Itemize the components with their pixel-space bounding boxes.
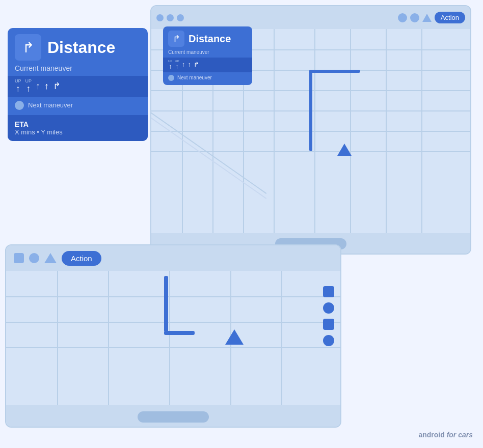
map-right-icons bbox=[323, 286, 334, 346]
lanes-row-large: UP ↑ UP ↑ ↑ ↑ ↱ bbox=[8, 76, 148, 97]
action-button-small[interactable]: Action bbox=[435, 12, 465, 23]
street bbox=[350, 29, 351, 233]
route-segment bbox=[164, 331, 195, 335]
street bbox=[6, 347, 340, 348]
large-screen: Action bbox=[5, 244, 341, 428]
watermark-prefix: android bbox=[418, 431, 446, 439]
lane-icon-lg: ↑ bbox=[44, 81, 49, 92]
icon-triangle[interactable] bbox=[44, 253, 57, 263]
lane-icon-lg: UP ↑ bbox=[15, 79, 21, 94]
lane-icon-lg: ↑ bbox=[36, 81, 40, 92]
eta-title: ETA bbox=[15, 120, 141, 128]
lane-icon: ↱ bbox=[194, 61, 199, 68]
street bbox=[6, 296, 340, 297]
large-screen-bottom-bar bbox=[6, 405, 340, 427]
top-dot bbox=[167, 14, 174, 21]
nav-subtitle-small: Current maneuver bbox=[163, 49, 252, 58]
street bbox=[314, 29, 315, 233]
map-icon-circle1[interactable] bbox=[323, 302, 334, 314]
nav-distance-large: Distance bbox=[47, 38, 115, 57]
route-segment bbox=[309, 70, 360, 73]
large-screen-top-bar: Action bbox=[6, 245, 340, 271]
lanes-row-small: UP ↑ UP ↑ ↑ ↑ ↱ bbox=[163, 58, 252, 72]
bottom-pill-large bbox=[138, 411, 209, 423]
large-screen-map bbox=[6, 271, 340, 405]
small-screen-top-bar: Action bbox=[151, 6, 470, 29]
navigation-marker bbox=[337, 144, 352, 156]
navigation-marker-large bbox=[225, 329, 244, 345]
icon-square[interactable] bbox=[398, 13, 407, 22]
map-icon-square2[interactable] bbox=[323, 319, 334, 330]
nav-card-small: ↱ Distance Current maneuver UP ↑ UP ↑ ↑ … bbox=[163, 26, 252, 85]
route-segment bbox=[309, 70, 312, 151]
maneuver-icon-small: ↱ bbox=[168, 31, 184, 47]
lane-icon: ↑ bbox=[182, 61, 185, 68]
eta-row: ETA X mins • Y miles bbox=[8, 115, 148, 141]
lane-icon-lg: UP ↑ bbox=[25, 79, 32, 94]
diagonal-road bbox=[151, 105, 266, 194]
next-maneuver-small: Next maneuver bbox=[163, 72, 252, 85]
maneuver-icon-large: ↱ bbox=[15, 34, 41, 61]
street bbox=[421, 29, 422, 233]
watermark: android for cars bbox=[418, 431, 473, 439]
map-icon-square1[interactable] bbox=[323, 286, 334, 297]
nav-subtitle-large: Current maneuver bbox=[8, 64, 148, 76]
next-maneuver-large: Next maneuver bbox=[8, 97, 148, 115]
action-button-large[interactable]: Action bbox=[62, 251, 101, 266]
lane-icon: ↑ bbox=[187, 61, 191, 68]
watermark-bold: for cars bbox=[447, 431, 473, 439]
next-dot-large bbox=[15, 101, 24, 110]
diagonal-road bbox=[151, 110, 266, 199]
street bbox=[281, 271, 282, 405]
street bbox=[169, 271, 170, 405]
nav-distance-small: Distance bbox=[189, 33, 231, 45]
lane-icon: UP ↑ bbox=[168, 60, 172, 70]
icon-square[interactable] bbox=[14, 253, 24, 263]
next-dot bbox=[168, 75, 174, 81]
top-dot bbox=[156, 14, 164, 21]
street bbox=[57, 271, 58, 405]
icon-circle[interactable] bbox=[410, 13, 419, 22]
nav-card-small-header: ↱ Distance bbox=[163, 26, 252, 49]
route-segment bbox=[164, 276, 168, 332]
street bbox=[108, 271, 109, 405]
street bbox=[274, 29, 275, 233]
icon-triangle[interactable] bbox=[422, 14, 432, 22]
nav-card-large-header: ↱ Distance bbox=[8, 28, 148, 64]
lane-icon-lg: ↱ bbox=[53, 81, 61, 92]
lane-icon: UP ↑ bbox=[175, 60, 179, 70]
nav-card-large: ↱ Distance Current maneuver UP ↑ UP ↑ ↑ … bbox=[8, 28, 148, 141]
street bbox=[6, 322, 340, 323]
icon-circle[interactable] bbox=[29, 253, 39, 263]
street bbox=[386, 29, 387, 233]
map-icon-circle2[interactable] bbox=[323, 335, 334, 346]
top-dot bbox=[177, 14, 184, 21]
eta-detail: X mins • Y miles bbox=[15, 128, 141, 136]
